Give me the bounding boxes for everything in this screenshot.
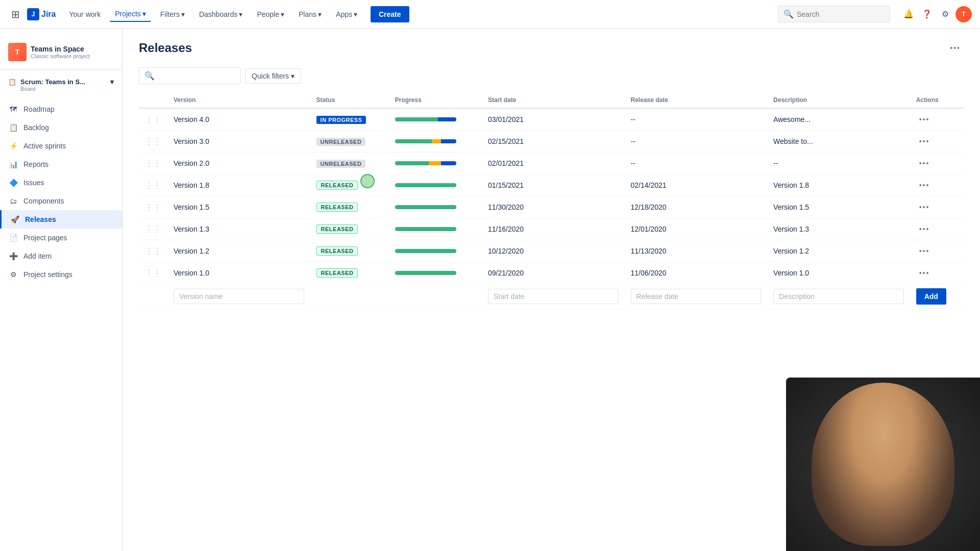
drag-handle[interactable]: ⋮⋮ — [145, 115, 161, 124]
nav-filters[interactable]: Filters ▾ — [155, 7, 190, 21]
sidebar-item-reports[interactable]: 📊 Reports — [0, 155, 122, 173]
status-badge: RELEASED — [316, 181, 358, 190]
user-avatar[interactable]: T — [955, 6, 972, 22]
progress-yellow — [432, 139, 441, 143]
notifications-icon[interactable]: 🔔 — [900, 6, 917, 22]
row-more-button[interactable] — [916, 136, 933, 147]
drag-handle[interactable]: ⋮⋮ — [145, 159, 161, 168]
release-date: 12/18/2020 — [631, 203, 667, 211]
row-more-button[interactable] — [916, 114, 933, 125]
page-more-options-button[interactable] — [947, 42, 964, 54]
start-date: 11/16/2020 — [488, 225, 524, 233]
table-row: ⋮⋮ Version 4.0 IN PROGRESS 03/01/2021 --… — [139, 108, 964, 131]
sidebar-item-label: Releases — [25, 215, 56, 223]
nav-apps[interactable]: Apps ▾ — [331, 7, 362, 21]
ellipsis-icon — [950, 43, 961, 52]
description-input[interactable] — [773, 289, 904, 304]
version-name: Version 1.3 — [174, 225, 209, 233]
start-date: 11/30/2020 — [488, 203, 524, 211]
progress-green — [395, 139, 432, 143]
releases-table: Version Status Progress Start date Relea… — [139, 92, 964, 309]
start-date-input[interactable] — [488, 289, 619, 304]
start-date: 03/01/2021 — [488, 115, 524, 123]
drag-handle[interactable]: ⋮⋮ — [145, 181, 161, 190]
nav-your-work[interactable]: Your work — [64, 7, 106, 21]
active-sprints-icon: ⚡ — [8, 141, 18, 151]
table-row: ⋮⋮ Version 1.3 RELEASED 11/16/2020 12/01… — [139, 218, 964, 240]
sidebar-nav: 🗺 Roadmap 📋 Backlog ⚡ Active sprints 📊 R… — [0, 100, 122, 284]
progress-bar — [395, 249, 456, 253]
webcam-video — [786, 378, 980, 551]
backlog-icon: 📋 — [8, 122, 18, 133]
sidebar-item-active-sprints[interactable]: ⚡ Active sprints — [0, 137, 122, 155]
release-date: -- — [631, 159, 635, 167]
drag-handle[interactable]: ⋮⋮ — [145, 203, 161, 212]
status-badge: RELEASED — [316, 203, 358, 212]
project-type: Classic software project — [31, 53, 90, 59]
sidebar-item-label: Active sprints — [23, 142, 66, 150]
col-version: Version — [167, 92, 310, 108]
progress-blue — [438, 117, 456, 121]
add-button[interactable]: Add — [916, 288, 946, 305]
search-input[interactable] — [797, 10, 885, 18]
toolbar: 🔍 Quick filters ▾ — [139, 67, 964, 84]
sidebar-item-project-settings[interactable]: ⚙ Project settings — [0, 265, 122, 284]
logo-text: Jira — [41, 10, 56, 19]
grid-icon[interactable]: ⊞ — [8, 5, 23, 23]
status-badge: IN PROGRESS — [316, 116, 366, 124]
sidebar-item-roadmap[interactable]: 🗺 Roadmap — [0, 100, 122, 118]
description: Version 1.8 — [773, 181, 809, 189]
version-name-input[interactable] — [174, 289, 304, 304]
drag-handle[interactable]: ⋮⋮ — [145, 225, 161, 234]
quick-filters-button[interactable]: Quick filters ▾ — [245, 68, 301, 84]
row-more-button[interactable] — [916, 202, 933, 213]
drag-handle[interactable]: ⋮⋮ — [145, 247, 161, 256]
sidebar-item-label: Project pages — [23, 234, 67, 242]
description: Awesome... — [773, 115, 811, 123]
ellipsis-icon — [919, 203, 930, 211]
table-row: ⋮⋮ Version 1.5 RELEASED 11/30/2020 12/18… — [139, 196, 964, 218]
nav-plans[interactable]: Plans ▾ — [293, 7, 327, 21]
start-date: 10/12/2020 — [488, 247, 524, 255]
nav-projects[interactable]: Projects ▾ — [110, 7, 151, 22]
sidebar-item-components[interactable]: 🗂 Components — [0, 192, 122, 210]
chevron-down-icon: ▾ — [110, 78, 114, 86]
sidebar: T Teams in Space Classic software projec… — [0, 29, 122, 551]
release-date-input[interactable] — [631, 289, 762, 304]
row-more-button[interactable] — [916, 223, 933, 235]
sidebar-item-backlog[interactable]: 📋 Backlog — [0, 118, 122, 137]
board-title[interactable]: 📋 Scrum: Teams in S... ▾ — [8, 78, 114, 86]
create-button[interactable]: Create — [371, 6, 409, 22]
row-more-button[interactable] — [916, 180, 933, 191]
help-icon[interactable]: ❓ — [919, 6, 935, 22]
status-badge: UNRELEASED — [316, 160, 366, 168]
reports-icon: 📊 — [8, 159, 18, 169]
row-more-button[interactable] — [916, 245, 933, 257]
sidebar-item-project-pages[interactable]: 📄 Project pages — [0, 229, 122, 247]
sidebar-item-releases[interactable]: 🚀 Releases — [0, 210, 122, 229]
nav-people[interactable]: People ▾ — [252, 7, 289, 21]
progress-green — [395, 183, 456, 187]
col-release-date: Release date — [625, 92, 768, 108]
progress-green — [395, 271, 456, 275]
sidebar-item-issues[interactable]: 🔷 Issues — [0, 173, 122, 192]
table-row: ⋮⋮ Version 3.0 UNRELEASED 02/15/2021 -- … — [139, 131, 964, 153]
settings-icon[interactable]: ⚙ — [937, 6, 953, 22]
jira-logo[interactable]: J Jira — [27, 8, 56, 20]
start-date: 02/01/2021 — [488, 159, 524, 167]
row-more-button[interactable] — [916, 158, 933, 169]
progress-green — [395, 205, 456, 209]
sidebar-item-add-item[interactable]: ➕ Add item — [0, 247, 122, 265]
drag-handle[interactable]: ⋮⋮ — [145, 269, 161, 278]
progress-bar — [395, 205, 456, 209]
nav-dashboards[interactable]: Dashboards ▾ — [194, 7, 248, 21]
logo-icon: J — [27, 8, 39, 20]
project-title: Teams in Space — [31, 45, 90, 53]
header-row: Version Status Progress Start date Relea… — [139, 92, 964, 108]
project-pages-icon: 📄 — [8, 233, 18, 243]
version-name: Version 1.5 — [174, 203, 209, 211]
row-more-button[interactable] — [916, 267, 933, 279]
version-search-input[interactable] — [158, 72, 235, 80]
drag-handle[interactable]: ⋮⋮ — [145, 137, 161, 146]
roadmap-icon: 🗺 — [8, 104, 18, 114]
